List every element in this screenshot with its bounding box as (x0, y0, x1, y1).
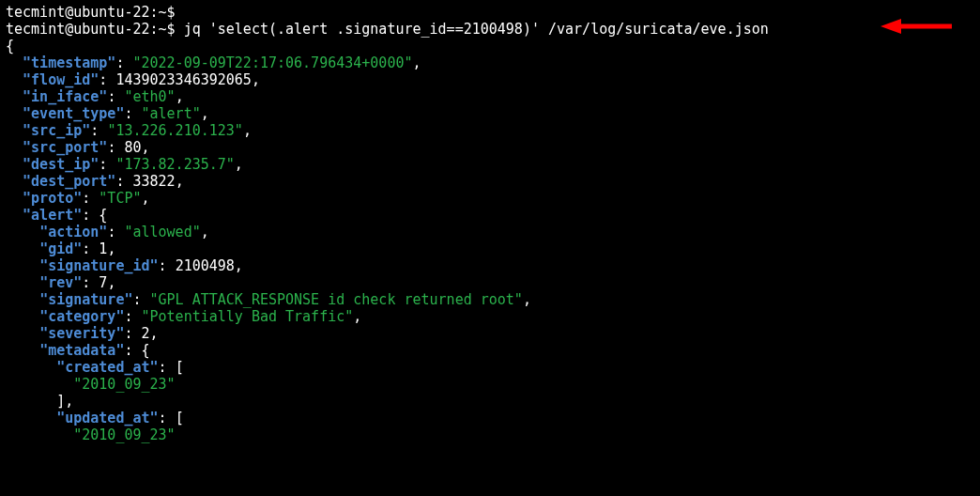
annotation-arrow-icon (880, 17, 952, 36)
json-line-signature: "signature": "GPL ATTACK_RESPONSE id che… (6, 291, 974, 308)
prompt-host: ubuntu-22 (73, 21, 149, 38)
prompt-host: ubuntu-22 (73, 4, 149, 21)
json-line-metadata: "metadata": { (6, 342, 974, 359)
json-line-updated-at-val: "2010_09_23" (6, 426, 974, 443)
prompt-path: ~ (159, 4, 167, 21)
json-line-signature-id: "signature_id": 2100498, (6, 257, 974, 274)
json-line-proto: "proto": "TCP", (6, 190, 974, 207)
prompt-user: tecmint (6, 4, 65, 21)
json-line-created-at-key: "created_at": [ (6, 359, 974, 376)
prompt-path: ~ (159, 21, 167, 38)
json-line-created-at-close: ], (6, 393, 974, 410)
prompt-symbol: $ (167, 4, 176, 21)
json-line-rev: "rev": 7, (6, 274, 974, 291)
json-line-src-ip: "src_ip": "13.226.210.123", (6, 122, 974, 139)
json-line-severity: "severity": 2, (6, 325, 974, 342)
json-line-gid: "gid": 1, (6, 240, 974, 257)
json-line-timestamp: "timestamp": "2022-09-09T22:17:06.796434… (6, 54, 974, 71)
json-line-in-iface: "in_iface": "eth0", (6, 88, 974, 105)
json-line-created-at-val: "2010_09_23" (6, 376, 974, 393)
json-line-src-port: "src_port": 80, (6, 139, 974, 156)
prompt-line-2[interactable]: tecmint@ubuntu-22:~$ jq 'select(.alert .… (6, 21, 974, 38)
json-line-updated-at-key: "updated_at": [ (6, 410, 974, 426)
json-line-dest-port: "dest_port": 33822, (6, 173, 974, 190)
prompt-symbol: $ (167, 21, 176, 38)
prompt-user: tecmint (6, 21, 65, 38)
svg-marker-1 (880, 19, 901, 34)
json-line-dest-ip: "dest_ip": "173.82.235.7", (6, 156, 974, 173)
json-line-flow-id: "flow_id": 1439023346392065, (6, 71, 974, 88)
json-brace-open: { (6, 38, 974, 54)
prompt-line-1[interactable]: tecmint@ubuntu-22:~$ (6, 4, 974, 21)
json-line-event-type: "event_type": "alert", (6, 105, 974, 122)
json-line-category: "category": "Potentially Bad Traffic", (6, 308, 974, 325)
command-text: jq 'select(.alert .signature_id==2100498… (184, 21, 769, 38)
json-line-alert: "alert": { (6, 207, 974, 224)
json-line-action: "action": "allowed", (6, 224, 974, 240)
